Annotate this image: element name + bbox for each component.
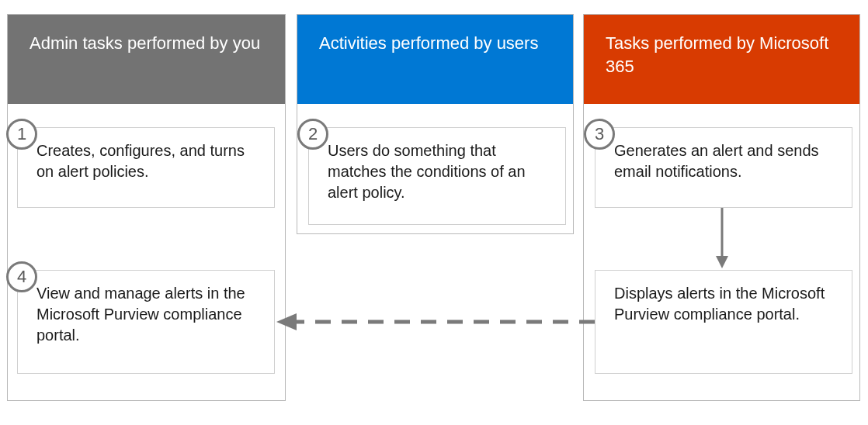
arrow-left-dashed-icon xyxy=(275,308,595,336)
step-number-label: 3 xyxy=(595,124,604,143)
column-title: Tasks performed by Microsoft 365 xyxy=(606,33,828,76)
step-number-label: 1 xyxy=(17,124,26,143)
step-box-1: Creates, configures, and turns on alert … xyxy=(17,127,275,208)
step-box-2: Users do something that matches the cond… xyxy=(308,127,566,225)
step-box-4: View and manage alerts in the Microsoft … xyxy=(17,270,275,374)
step-number-1: 1 xyxy=(6,119,37,150)
column-title: Admin tasks performed by you xyxy=(30,33,260,53)
step-box-display-alerts: Displays alerts in the Microsoft Purview… xyxy=(595,270,852,374)
column-header-m365: Tasks performed by Microsoft 365 xyxy=(584,15,859,104)
step-number-2: 2 xyxy=(297,119,328,150)
step-text: Creates, configures, and turns on alert … xyxy=(36,142,245,180)
step-box-3: Generates an alert and sends email notif… xyxy=(595,127,852,208)
step-text: View and manage alerts in the Microsoft … xyxy=(36,285,245,344)
column-header-users: Activities performed by users xyxy=(297,15,573,104)
step-number-label: 2 xyxy=(308,124,318,143)
step-number-4: 4 xyxy=(6,261,37,292)
step-number-label: 4 xyxy=(17,267,26,286)
column-title: Activities performed by users xyxy=(319,33,538,53)
step-text: Displays alerts in the Microsoft Purview… xyxy=(614,285,825,323)
column-header-admin: Admin tasks performed by you xyxy=(8,15,285,104)
step-text: Generates an alert and sends email notif… xyxy=(614,142,819,180)
step-text: Users do something that matches the cond… xyxy=(328,142,526,201)
step-number-3: 3 xyxy=(584,119,615,150)
